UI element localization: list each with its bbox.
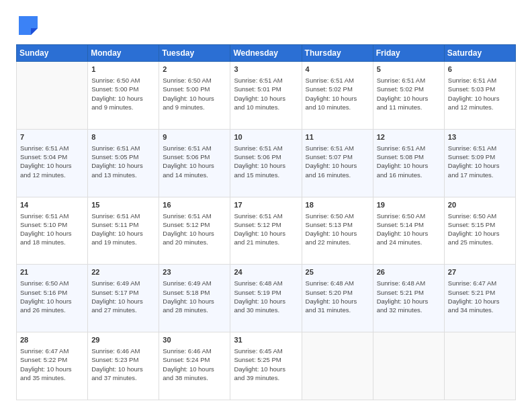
day-header-tuesday: Tuesday xyxy=(159,45,230,62)
calendar-cell: 16Sunrise: 6:51 AM Sunset: 5:12 PM Dayli… xyxy=(159,197,230,265)
day-header-saturday: Saturday xyxy=(444,45,515,62)
day-number: 11 xyxy=(306,132,369,143)
calendar-header-row: SundayMondayTuesdayWednesdayThursdayFrid… xyxy=(17,45,516,62)
day-number: 10 xyxy=(234,132,298,143)
calendar-cell: 21Sunrise: 6:50 AM Sunset: 5:16 PM Dayli… xyxy=(17,265,88,332)
day-number: 3 xyxy=(234,64,298,75)
calendar-cell: 12Sunrise: 6:51 AM Sunset: 5:08 PM Dayli… xyxy=(373,129,444,197)
calendar-cell: 13Sunrise: 6:51 AM Sunset: 5:09 PM Dayli… xyxy=(444,129,515,197)
day-info: Sunrise: 6:48 AM Sunset: 5:19 PM Dayligh… xyxy=(234,279,298,314)
day-number: 7 xyxy=(20,132,84,143)
calendar-cell: 8Sunrise: 6:51 AM Sunset: 5:05 PM Daylig… xyxy=(88,129,159,197)
day-number: 24 xyxy=(234,267,298,278)
day-info: Sunrise: 6:51 AM Sunset: 5:02 PM Dayligh… xyxy=(306,76,369,111)
day-info: Sunrise: 6:50 AM Sunset: 5:14 PM Dayligh… xyxy=(377,212,441,247)
calendar-cell: 19Sunrise: 6:50 AM Sunset: 5:14 PM Dayli… xyxy=(373,197,444,265)
day-number: 14 xyxy=(20,200,84,211)
day-number: 25 xyxy=(306,267,369,278)
day-info: Sunrise: 6:47 AM Sunset: 5:21 PM Dayligh… xyxy=(448,279,512,314)
day-number: 12 xyxy=(377,132,441,143)
day-info: Sunrise: 6:50 AM Sunset: 5:13 PM Dayligh… xyxy=(306,212,369,247)
day-info: Sunrise: 6:51 AM Sunset: 5:07 PM Dayligh… xyxy=(306,144,369,179)
day-info: Sunrise: 6:51 AM Sunset: 5:03 PM Dayligh… xyxy=(448,76,512,111)
day-number: 20 xyxy=(448,200,512,211)
day-number: 5 xyxy=(377,64,441,75)
day-info: Sunrise: 6:51 AM Sunset: 5:09 PM Dayligh… xyxy=(448,144,512,179)
day-number: 29 xyxy=(91,335,155,346)
calendar-cell: 1Sunrise: 6:50 AM Sunset: 5:00 PM Daylig… xyxy=(88,62,159,130)
calendar-cell: 26Sunrise: 6:48 AM Sunset: 5:21 PM Dayli… xyxy=(373,265,444,332)
calendar-cell: 22Sunrise: 6:49 AM Sunset: 5:17 PM Dayli… xyxy=(88,265,159,332)
day-info: Sunrise: 6:48 AM Sunset: 5:20 PM Dayligh… xyxy=(306,279,369,314)
day-number: 16 xyxy=(163,200,226,211)
day-info: Sunrise: 6:49 AM Sunset: 5:17 PM Dayligh… xyxy=(91,279,155,314)
logo xyxy=(16,13,43,38)
calendar-cell xyxy=(302,332,373,400)
day-info: Sunrise: 6:51 AM Sunset: 5:12 PM Dayligh… xyxy=(163,212,226,247)
day-header-thursday: Thursday xyxy=(302,45,373,62)
calendar-cell: 7Sunrise: 6:51 AM Sunset: 5:04 PM Daylig… xyxy=(17,129,88,197)
week-row-1: 1Sunrise: 6:50 AM Sunset: 5:00 PM Daylig… xyxy=(17,62,516,130)
day-number: 18 xyxy=(306,200,369,211)
week-row-3: 14Sunrise: 6:51 AM Sunset: 5:10 PM Dayli… xyxy=(17,197,516,265)
day-number: 6 xyxy=(448,64,512,75)
calendar-cell: 27Sunrise: 6:47 AM Sunset: 5:21 PM Dayli… xyxy=(444,265,515,332)
calendar-cell: 20Sunrise: 6:50 AM Sunset: 5:15 PM Dayli… xyxy=(444,197,515,265)
calendar-cell: 15Sunrise: 6:51 AM Sunset: 5:11 PM Dayli… xyxy=(88,197,159,265)
day-info: Sunrise: 6:46 AM Sunset: 5:24 PM Dayligh… xyxy=(163,347,226,382)
svg-marker-1 xyxy=(31,28,38,35)
calendar-cell: 30Sunrise: 6:46 AM Sunset: 5:24 PM Dayli… xyxy=(159,332,230,400)
day-info: Sunrise: 6:50 AM Sunset: 5:00 PM Dayligh… xyxy=(91,76,155,111)
day-number: 4 xyxy=(306,64,369,75)
svg-marker-0 xyxy=(19,16,38,35)
calendar-cell xyxy=(444,332,515,400)
day-info: Sunrise: 6:51 AM Sunset: 5:02 PM Dayligh… xyxy=(377,76,441,111)
day-number: 26 xyxy=(377,267,441,278)
day-number: 21 xyxy=(20,267,84,278)
calendar-cell: 3Sunrise: 6:51 AM Sunset: 5:01 PM Daylig… xyxy=(230,62,302,130)
calendar-table: SundayMondayTuesdayWednesdayThursdayFrid… xyxy=(16,44,516,400)
calendar-cell: 25Sunrise: 6:48 AM Sunset: 5:20 PM Dayli… xyxy=(302,265,373,332)
calendar-cell: 14Sunrise: 6:51 AM Sunset: 5:10 PM Dayli… xyxy=(17,197,88,265)
day-info: Sunrise: 6:51 AM Sunset: 5:06 PM Dayligh… xyxy=(163,144,226,179)
calendar-cell: 28Sunrise: 6:47 AM Sunset: 5:22 PM Dayli… xyxy=(17,332,88,400)
day-info: Sunrise: 6:51 AM Sunset: 5:04 PM Dayligh… xyxy=(20,144,84,179)
calendar-cell: 10Sunrise: 6:51 AM Sunset: 5:06 PM Dayli… xyxy=(230,129,302,197)
day-header-wednesday: Wednesday xyxy=(230,45,302,62)
day-info: Sunrise: 6:49 AM Sunset: 5:18 PM Dayligh… xyxy=(163,279,226,314)
day-info: Sunrise: 6:47 AM Sunset: 5:22 PM Dayligh… xyxy=(20,347,84,382)
day-number: 28 xyxy=(20,335,84,346)
calendar-cell: 4Sunrise: 6:51 AM Sunset: 5:02 PM Daylig… xyxy=(302,62,373,130)
calendar-cell xyxy=(17,62,88,130)
calendar-cell: 5Sunrise: 6:51 AM Sunset: 5:02 PM Daylig… xyxy=(373,62,444,130)
day-number: 22 xyxy=(91,267,155,278)
day-info: Sunrise: 6:46 AM Sunset: 5:23 PM Dayligh… xyxy=(91,347,155,382)
day-number: 31 xyxy=(234,335,298,346)
day-info: Sunrise: 6:51 AM Sunset: 5:06 PM Dayligh… xyxy=(234,144,298,179)
calendar-cell: 31Sunrise: 6:45 AM Sunset: 5:25 PM Dayli… xyxy=(230,332,302,400)
day-info: Sunrise: 6:51 AM Sunset: 5:05 PM Dayligh… xyxy=(91,144,155,179)
calendar-cell: 6Sunrise: 6:51 AM Sunset: 5:03 PM Daylig… xyxy=(444,62,515,130)
calendar-cell: 17Sunrise: 6:51 AM Sunset: 5:12 PM Dayli… xyxy=(230,197,302,265)
day-info: Sunrise: 6:51 AM Sunset: 5:12 PM Dayligh… xyxy=(234,212,298,247)
week-row-5: 28Sunrise: 6:47 AM Sunset: 5:22 PM Dayli… xyxy=(17,332,516,400)
day-header-sunday: Sunday xyxy=(17,45,88,62)
day-number: 23 xyxy=(163,267,226,278)
calendar-cell: 9Sunrise: 6:51 AM Sunset: 5:06 PM Daylig… xyxy=(159,129,230,197)
page: SundayMondayTuesdayWednesdayThursdayFrid… xyxy=(0,0,532,411)
day-number: 13 xyxy=(448,132,512,143)
day-info: Sunrise: 6:45 AM Sunset: 5:25 PM Dayligh… xyxy=(234,347,298,382)
day-number: 8 xyxy=(91,132,155,143)
day-info: Sunrise: 6:48 AM Sunset: 5:21 PM Dayligh… xyxy=(377,279,441,314)
day-number: 19 xyxy=(377,200,441,211)
day-info: Sunrise: 6:51 AM Sunset: 5:11 PM Dayligh… xyxy=(91,212,155,247)
calendar-cell: 29Sunrise: 6:46 AM Sunset: 5:23 PM Dayli… xyxy=(88,332,159,400)
day-number: 17 xyxy=(234,200,298,211)
day-info: Sunrise: 6:50 AM Sunset: 5:16 PM Dayligh… xyxy=(20,279,84,314)
day-header-friday: Friday xyxy=(373,45,444,62)
calendar-cell: 2Sunrise: 6:50 AM Sunset: 5:00 PM Daylig… xyxy=(159,62,230,130)
calendar-cell: 24Sunrise: 6:48 AM Sunset: 5:19 PM Dayli… xyxy=(230,265,302,332)
week-row-4: 21Sunrise: 6:50 AM Sunset: 5:16 PM Dayli… xyxy=(17,265,516,332)
day-number: 9 xyxy=(163,132,226,143)
day-number: 27 xyxy=(448,267,512,278)
